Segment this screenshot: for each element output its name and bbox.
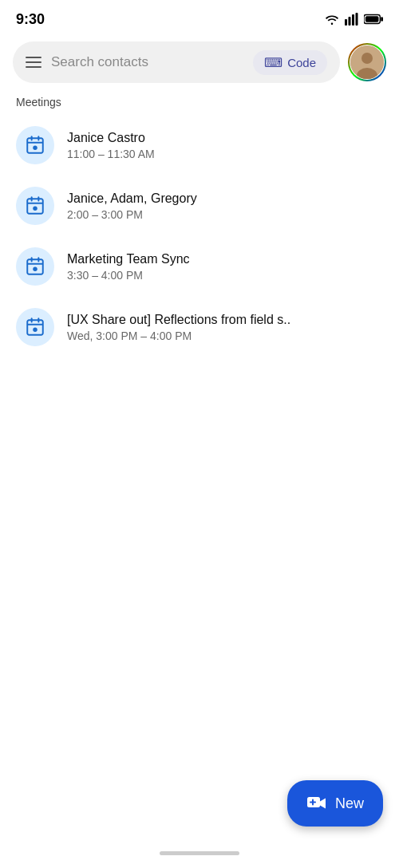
new-meeting-fab[interactable]: New [287,780,383,827]
meeting-list: Janice Castro 11:00 – 11:30 AM Janice, A… [0,115,399,357]
meeting-time: 2:00 – 3:00 PM [67,208,197,221]
meeting-title: Janice Castro [67,131,155,145]
svg-rect-2 [352,14,354,26]
fab-label: New [335,795,364,812]
code-button[interactable]: ⌨ Code [253,50,327,75]
meeting-item[interactable]: Marketing Team Sync 3:30 – 4:00 PM [13,236,386,297]
search-bar[interactable]: Search contacts ⌨ Code [13,41,340,83]
meeting-info: Janice Castro 11:00 – 11:30 AM [67,131,155,160]
status-bar: 9:30 [0,0,399,35]
meeting-info: Janice, Adam, Gregory 2:00 – 3:00 PM [67,191,197,221]
meeting-icon [16,308,54,346]
meeting-item[interactable]: Janice Castro 11:00 – 11:30 AM [13,115,386,176]
svg-rect-10 [27,138,43,152]
meeting-item[interactable]: [UX Share out] Reflections from field s.… [13,297,386,357]
svg-rect-1 [349,17,351,26]
search-placeholder: Search contacts [51,54,243,70]
svg-rect-15 [27,199,43,213]
meeting-info: Marketing Team Sync 3:30 – 4:00 PM [67,252,190,282]
meeting-item[interactable]: Janice, Adam, Gregory 2:00 – 3:00 PM [13,176,386,236]
svg-point-8 [361,53,373,64]
avatar-inner [350,45,384,79]
svg-point-29 [33,328,37,332]
avatar[interactable] [348,43,386,81]
wifi-icon [324,13,340,26]
section-label: Meetings [0,93,399,115]
meeting-time: Wed, 3:00 PM – 4:00 PM [67,329,290,342]
svg-point-14 [33,146,37,150]
signal-icon [345,13,359,26]
code-label: Code [287,56,316,69]
status-time: 9:30 [16,11,45,28]
svg-rect-3 [356,13,358,26]
meeting-info: [UX Share out] Reflections from field s.… [67,313,290,342]
svg-rect-6 [365,16,379,22]
search-bar-row: Search contacts ⌨ Code [0,35,399,93]
battery-icon [364,14,383,25]
svg-rect-0 [345,19,347,26]
svg-point-24 [33,267,37,271]
meeting-icon [16,126,54,164]
meeting-icon [16,187,54,225]
video-add-icon [306,795,327,812]
svg-rect-5 [381,17,383,22]
meeting-title: Janice, Adam, Gregory [67,191,197,206]
meeting-title: [UX Share out] Reflections from field s.… [67,313,290,327]
status-icons [324,13,383,26]
bottom-handle [160,851,239,855]
meeting-time: 11:00 – 11:30 AM [67,148,155,160]
hamburger-icon[interactable] [26,57,41,68]
keyboard-icon: ⌨ [264,55,282,70]
svg-point-19 [33,207,37,211]
meeting-icon [16,247,54,286]
meeting-title: Marketing Team Sync [67,252,190,266]
meeting-time: 3:30 – 4:00 PM [67,269,190,282]
